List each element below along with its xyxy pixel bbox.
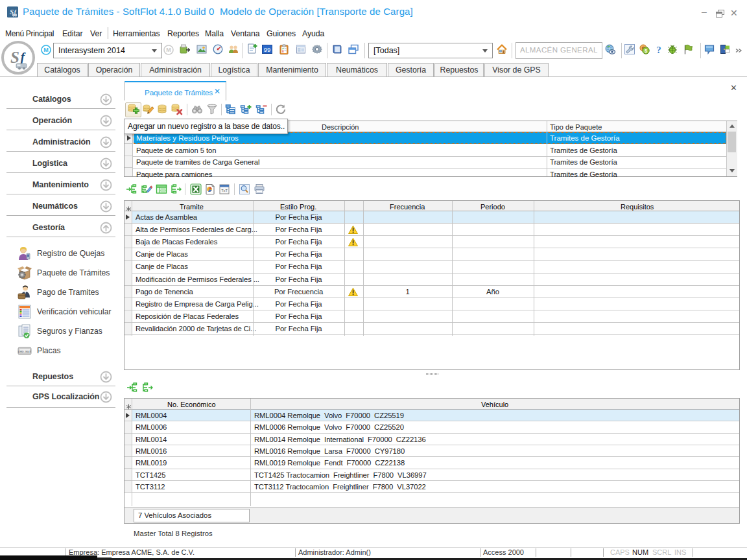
svg-text:M: M xyxy=(43,47,49,53)
svg-text:M: M xyxy=(166,47,171,53)
svg-text:?: ? xyxy=(656,45,661,54)
svg-text:TxT: TxT xyxy=(221,189,228,192)
svg-text:LMD-3647: LMD-3647 xyxy=(18,350,32,353)
svg-text:99: 99 xyxy=(264,46,271,53)
svg-text:f: f xyxy=(21,50,26,64)
